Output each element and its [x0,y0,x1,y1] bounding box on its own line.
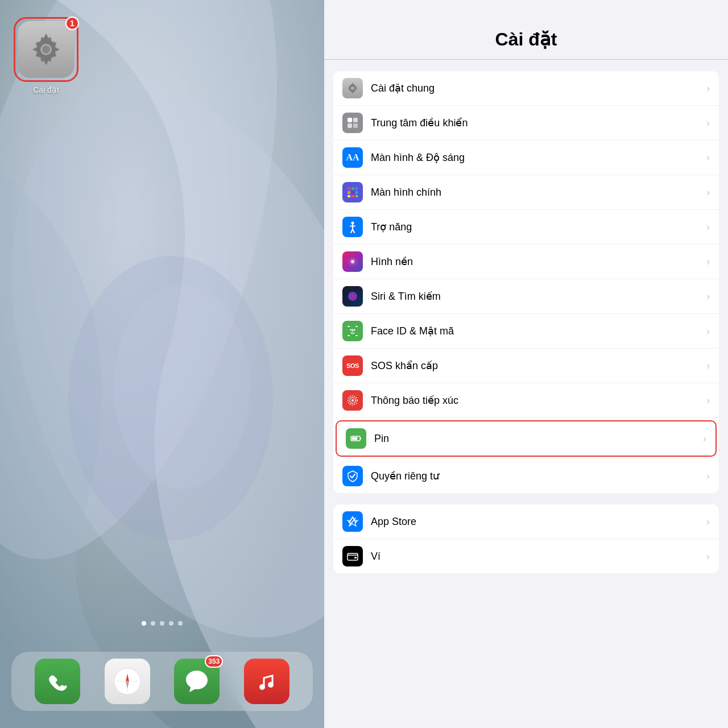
display-chevron: › [706,152,710,164]
siri-chevron: › [706,291,710,303]
svg-point-12 [127,681,128,682]
settings-title: Cài đặt [336,28,717,50]
settings-row-wallet[interactable]: Ví › [333,539,719,573]
homescreen-chevron: › [706,187,710,198]
svg-point-46 [351,399,354,402]
settings-row-general[interactable]: Cài đặt chung › [333,71,719,106]
settings-row-wallpaper[interactable]: Hình nền › [333,245,719,279]
phone-app-icon[interactable] [35,659,80,704]
svg-rect-30 [351,195,354,197]
settings-header: Cài đặt [324,0,728,60]
svg-rect-26 [348,191,350,194]
messages-badge: 353 [205,655,223,668]
settings-group-2: App Store › Ví › [333,504,719,573]
settings-row-faceid[interactable]: Face ID & Mật mã › [333,314,719,349]
svg-rect-24 [351,187,354,190]
accessibility-icon [342,217,363,237]
svg-rect-50 [348,553,358,560]
dot-5 [178,621,183,626]
display-icon: AA [342,147,363,168]
battery-label: Pin [374,433,703,445]
svg-rect-39 [348,335,350,336]
svg-point-18 [351,86,355,90]
settings-app-selected-border: 1 [14,17,78,82]
svg-point-4 [114,284,250,489]
settings-row-battery[interactable]: Pin › [336,420,717,457]
settings-app-icon [18,21,75,78]
display-label: Màn hình & Độ sáng [371,151,706,164]
appstore-label: App Store [371,516,706,528]
messages-app-icon[interactable]: 353 [174,659,220,704]
privacy-label: Quyền riêng tư [371,470,706,482]
appstore-chevron: › [706,516,710,528]
svg-rect-27 [351,191,354,194]
svg-rect-19 [348,118,352,122]
wallpaper-label: Hình nền [371,255,706,268]
svg-rect-29 [348,195,350,197]
general-chevron: › [706,82,710,94]
sos-icon: SOS [342,355,363,376]
phone-homescreen: 1 Cài đặt [0,0,324,728]
battery-chevron: › [703,433,706,445]
settings-row-control[interactable]: Trung tâm điều khiển › [333,106,719,140]
dot-1 [142,621,146,626]
settings-group-1: Cài đặt chung › Trung tâm điều khiển › [333,71,719,493]
svg-rect-22 [353,123,358,128]
appstore-icon [342,511,363,532]
music-app-icon[interactable] [244,659,289,704]
settings-row-contact-exposure[interactable]: Thông báo tiếp xúc › [333,383,719,418]
faceid-icon [342,321,363,341]
accessibility-chevron: › [706,221,710,233]
svg-rect-49 [352,437,358,440]
battery-icon [346,428,366,449]
siri-icon [342,286,363,307]
settings-list: Cài đặt chung › Trung tâm điều khiển › [324,60,728,728]
accessibility-label: Trợ năng [371,221,706,233]
homescreen-icon [342,182,363,202]
svg-rect-40 [355,335,358,336]
settings-row-display[interactable]: AA Màn hình & Độ sáng › [333,140,719,175]
svg-rect-21 [348,123,352,128]
control-chevron: › [706,117,710,129]
svg-rect-51 [354,557,357,559]
settings-row-homescreen[interactable]: Màn hình chính › [333,175,719,210]
svg-point-32 [351,222,354,225]
wallet-label: Ví [371,551,706,562]
svg-rect-37 [348,326,350,327]
contact-exposure-label: Thông báo tiếp xúc [371,394,706,407]
homescreen-label: Màn hình chính [371,187,706,198]
settings-row-accessibility[interactable]: Trợ năng › [333,210,719,245]
settings-row-privacy[interactable]: Quyền riêng tư › [333,459,719,493]
svg-point-42 [354,329,355,331]
settings-app-label: Cài đặt [14,85,78,94]
settings-row-siri[interactable]: Siri & Tìm kiếm › [333,279,719,314]
privacy-chevron: › [706,470,710,482]
control-center-icon [342,113,363,133]
settings-row-appstore[interactable]: App Store › [333,504,719,539]
privacy-icon [342,466,363,486]
control-center-label: Trung tâm điều khiển [371,117,706,129]
svg-point-36 [348,292,357,301]
sos-chevron: › [706,360,710,372]
safari-app-icon[interactable] [105,659,150,704]
svg-point-35 [352,261,354,263]
faceid-chevron: › [706,325,710,337]
settings-app-container[interactable]: 1 Cài đặt [14,17,78,94]
svg-point-16 [268,682,274,688]
wallet-icon [342,546,363,566]
svg-rect-48 [360,438,361,440]
svg-rect-38 [355,326,358,327]
settings-row-sos[interactable]: SOS SOS khẩn cấp › [333,349,719,383]
general-label: Cài đặt chung [371,82,706,94]
page-dots [0,621,324,626]
wallpaper-chevron: › [706,256,710,268]
settings-panel: Cài đặt Cài đặt chung › [324,0,728,728]
svg-point-7 [42,46,50,53]
dock: 353 [11,652,313,711]
dot-3 [160,621,164,626]
wallpaper-icon [342,251,363,272]
svg-rect-28 [355,191,358,194]
dot-4 [169,621,173,626]
dot-2 [151,621,155,626]
svg-rect-25 [355,187,358,190]
